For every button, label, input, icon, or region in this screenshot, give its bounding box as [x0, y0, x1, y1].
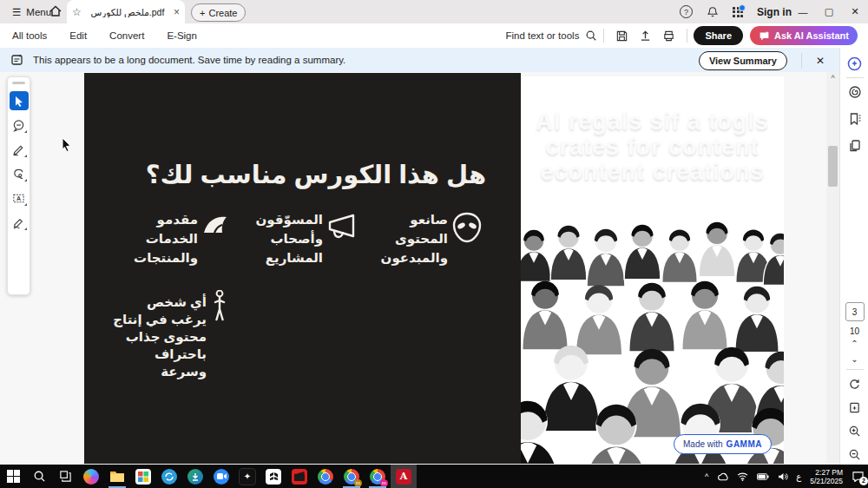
chrome-profile2-button[interactable]: m: [365, 465, 391, 488]
zoom-in-button[interactable]: [845, 420, 865, 441]
vertical-scrollbar[interactable]: ^: [826, 72, 839, 465]
rotate-page-button[interactable]: [845, 373, 865, 394]
capcut-icon: [266, 469, 281, 485]
shareit-button[interactable]: [156, 465, 182, 488]
notification-count-badge: 2: [859, 477, 868, 485]
add-text-tool-button[interactable]: A: [10, 188, 29, 208]
notice-close-icon[interactable]: ✕: [816, 55, 825, 67]
tab-esign[interactable]: E-Sign: [161, 23, 202, 48]
taskbar-search-button[interactable]: [26, 465, 52, 488]
sparkle-app-icon: ✦: [239, 468, 256, 485]
main-toolbar: All tools Edit Convert E-Sign Find text …: [0, 23, 868, 49]
chrome-profile2-icon: m: [370, 469, 385, 485]
current-page-input[interactable]: 3: [845, 302, 865, 321]
zoom-out-button[interactable]: [845, 444, 865, 465]
summary-document-icon: [10, 53, 24, 67]
clapperboard-icon: [292, 469, 307, 485]
chrome-profile1-button[interactable]: m: [339, 465, 365, 488]
comment-tool-button[interactable]: [10, 115, 29, 135]
sparkle-app-button[interactable]: ✦: [234, 465, 260, 488]
ai-assistant-panel-button[interactable]: [845, 53, 865, 74]
time-label: 2:27 PM: [810, 468, 843, 477]
zoom-out-icon: [848, 448, 861, 461]
tab-all-tools[interactable]: All tools: [7, 23, 52, 48]
search-icon[interactable]: [585, 30, 597, 42]
menu-label: Menu: [26, 7, 51, 17]
previous-page-button[interactable]: ⌃: [851, 338, 858, 350]
scrollbar-thumb[interactable]: [828, 146, 838, 187]
pdf-page-white[interactable]: AI regals sif a togls crates for content…: [521, 76, 784, 464]
find-label[interactable]: Find text or tools: [505, 30, 579, 41]
ask-ai-assistant-button[interactable]: Ask AI Assistant: [750, 26, 858, 45]
shareit-icon: [161, 469, 177, 485]
right-tools-rail: 3 10 ⌃ ⌄: [839, 48, 868, 465]
media-app-button[interactable]: [286, 465, 312, 488]
tab-edit[interactable]: Edit: [64, 23, 92, 48]
scroll-up-arrow[interactable]: ^: [826, 72, 839, 84]
capcut-button[interactable]: [260, 465, 286, 488]
acrobat-button[interactable]: A: [391, 465, 417, 488]
tray-expand-chevron[interactable]: ^: [705, 472, 708, 481]
folder-icon: [109, 470, 125, 483]
pdf-page-dark[interactable]: هل هذا الكورس مناسب لك؟ صانعوالمحتوىوالم…: [84, 73, 521, 464]
bookmarks-panel-button[interactable]: [845, 109, 865, 129]
tab-convert[interactable]: Convert: [104, 23, 149, 48]
view-summary-button[interactable]: View Summary: [699, 51, 787, 70]
next-page-button[interactable]: ⌄: [851, 353, 858, 366]
start-button[interactable]: [0, 465, 26, 488]
document-viewport[interactable]: هل هذا الكورس مناسب لك؟ صانعوالمحتوىوالم…: [0, 72, 826, 465]
select-tool-button[interactable]: [10, 91, 29, 110]
highlighter-tool-button[interactable]: [10, 140, 29, 159]
print-icon[interactable]: [662, 30, 675, 43]
create-tab-button[interactable]: + Create: [191, 3, 246, 22]
apps-grid-icon[interactable]: [733, 7, 743, 17]
volume-icon[interactable]: [778, 472, 788, 481]
save-icon[interactable]: [615, 30, 628, 43]
chrome-button[interactable]: [312, 465, 339, 488]
draw-tool-button[interactable]: [10, 164, 29, 183]
acrobat-icon: A: [396, 469, 411, 485]
ai-chat-icon: [759, 30, 770, 42]
home-button[interactable]: [49, 4, 62, 18]
window-maximize-button[interactable]: ▢: [816, 0, 842, 23]
rail-drag-handle[interactable]: [12, 82, 25, 84]
file-explorer-button[interactable]: [104, 465, 130, 488]
sign-in-button[interactable]: Sign in: [757, 6, 792, 18]
favorite-star-icon[interactable]: ☆: [72, 6, 82, 18]
windows-taskbar: ✦ m m A ^ ع 2:27 PM 5/21/2025 2: [0, 465, 868, 488]
share-upload-icon[interactable]: [639, 30, 652, 43]
chrome-icon: [318, 469, 333, 485]
system-tray: ^ ع 2:27 PM 5/21/2025 2: [700, 468, 868, 485]
onedrive-icon[interactable]: [717, 472, 728, 481]
idm-button[interactable]: [182, 465, 208, 488]
copilot-icon: [83, 469, 99, 485]
summaries-panel-button[interactable]: [845, 82, 865, 102]
zoom-app-button[interactable]: [208, 465, 234, 488]
document-tab-title: ملخص للكورس.pdf: [86, 7, 169, 17]
fin-icon: [202, 214, 232, 234]
battery-icon[interactable]: [757, 473, 769, 480]
ai-assistant-color-icon: [847, 56, 862, 71]
taskbar-clock[interactable]: 2:27 PM 5/21/2025: [810, 468, 843, 485]
document-tab[interactable]: ☆ ملخص للكورس.pdf ×: [67, 0, 185, 23]
window-minimize-button[interactable]: —: [790, 0, 816, 23]
notice-message: This appears to be a long document. Save…: [33, 55, 345, 65]
notification-bell-icon[interactable]: [707, 6, 719, 18]
rotate-refresh-icon: [848, 378, 861, 391]
fill-sign-tool-button[interactable]: [10, 213, 29, 232]
ai-summary-icon: [848, 85, 862, 99]
made-with-gamma-badge[interactable]: Made with GAMMA: [674, 434, 772, 454]
gamma-logo: GAMMA: [727, 439, 762, 449]
wifi-icon[interactable]: [737, 472, 748, 481]
window-close-button[interactable]: ✕: [842, 0, 868, 23]
copilot-button[interactable]: [78, 465, 104, 488]
microsoft-store-button[interactable]: [130, 465, 156, 488]
language-indicator[interactable]: ع: [796, 472, 801, 481]
task-view-button[interactable]: [52, 465, 78, 488]
tab-close-icon[interactable]: ×: [174, 6, 180, 18]
fit-page-button[interactable]: [845, 397, 865, 418]
notification-center-button[interactable]: 2: [852, 472, 864, 482]
help-icon[interactable]: ?: [680, 5, 693, 18]
page-thumbnails-button[interactable]: [845, 135, 865, 156]
share-button[interactable]: Share: [694, 26, 743, 45]
